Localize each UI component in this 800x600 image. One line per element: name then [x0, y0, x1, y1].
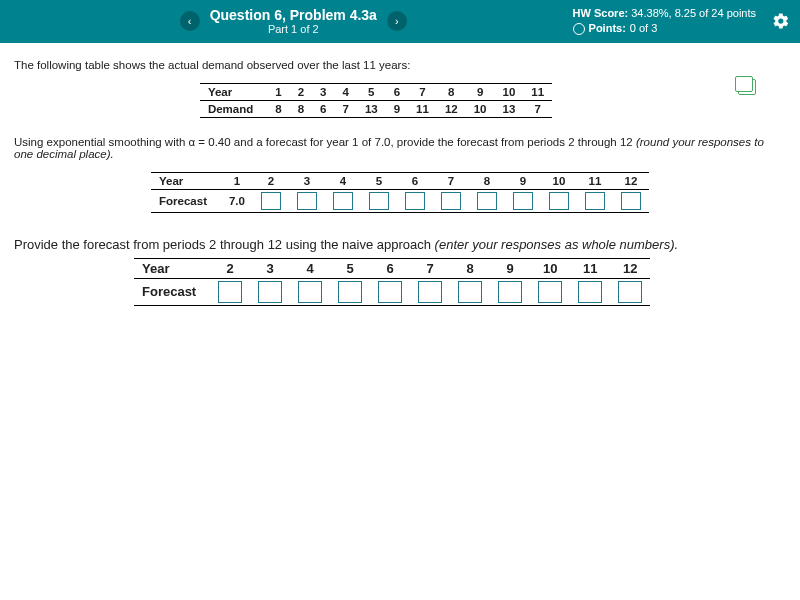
header-center: ‹ Question 6, Problem 4.3a Part 1 of 2 › — [14, 7, 573, 35]
forecast-input[interactable] — [585, 192, 605, 210]
forecast-input[interactable] — [297, 192, 317, 210]
naive-input[interactable] — [458, 281, 482, 303]
settings-icon[interactable] — [772, 12, 790, 30]
forecast-table-2: Year 23456789101112 Forecast — [134, 258, 650, 306]
naive-input[interactable] — [218, 281, 242, 303]
naive-input[interactable] — [578, 281, 602, 303]
table-row: Year 23456789101112 — [134, 258, 650, 278]
copy-icon[interactable] — [738, 79, 756, 95]
points-icon — [573, 23, 585, 35]
naive-input[interactable] — [418, 281, 442, 303]
naive-input[interactable] — [298, 281, 322, 303]
forecast-input[interactable] — [369, 192, 389, 210]
year-row-label: Year — [200, 83, 267, 100]
naive-input[interactable] — [258, 281, 282, 303]
question-title: Question 6, Problem 4.3a — [210, 7, 377, 23]
naive-input[interactable] — [618, 281, 642, 303]
table-row: Year 1234567891011 — [200, 83, 552, 100]
points-value: 0 of 3 — [630, 21, 658, 36]
exp-smoothing-prompt: Using exponential smoothing with α = 0.4… — [14, 136, 786, 160]
naive-input[interactable] — [378, 281, 402, 303]
prev-button[interactable]: ‹ — [180, 11, 200, 31]
table-row: Year 123456789101112 — [151, 172, 649, 189]
forecast-input[interactable] — [477, 192, 497, 210]
app-header: ‹ Question 6, Problem 4.3a Part 1 of 2 ›… — [0, 0, 800, 43]
table-row: Forecast — [134, 278, 650, 305]
naive-input[interactable] — [338, 281, 362, 303]
demand-table: Year 1234567891011 Demand 88671391112101… — [200, 83, 552, 118]
forecast-initial: 7.0 — [221, 189, 253, 212]
hw-score-label: HW Score: — [573, 7, 629, 19]
next-button[interactable]: › — [387, 11, 407, 31]
title-block: Question 6, Problem 4.3a Part 1 of 2 — [210, 7, 377, 35]
forecast-input[interactable] — [441, 192, 461, 210]
forecast-input[interactable] — [549, 192, 569, 210]
score-block: HW Score: 34.38%, 8.25 of 24 points Poin… — [573, 6, 756, 37]
naive-prompt: Provide the forecast from periods 2 thro… — [14, 237, 786, 252]
table-row: Demand 8867139111210137 — [200, 100, 552, 117]
hw-score-value: 34.38%, 8.25 of 24 points — [631, 7, 756, 19]
naive-input[interactable] — [498, 281, 522, 303]
forecast-input[interactable] — [405, 192, 425, 210]
forecast-input[interactable] — [621, 192, 641, 210]
content-body: The following table shows the actual dem… — [0, 43, 800, 324]
forecast-table-1: Year 123456789101112 Forecast 7.0 — [151, 172, 649, 213]
question-subtitle: Part 1 of 2 — [210, 23, 377, 35]
points-label: Points: — [589, 21, 626, 36]
forecast-input[interactable] — [261, 192, 281, 210]
naive-input[interactable] — [538, 281, 562, 303]
table-row: Forecast 7.0 — [151, 189, 649, 212]
forecast-input[interactable] — [333, 192, 353, 210]
intro-text: The following table shows the actual dem… — [14, 59, 786, 71]
forecast-input[interactable] — [513, 192, 533, 210]
demand-row-label: Demand — [200, 100, 267, 117]
